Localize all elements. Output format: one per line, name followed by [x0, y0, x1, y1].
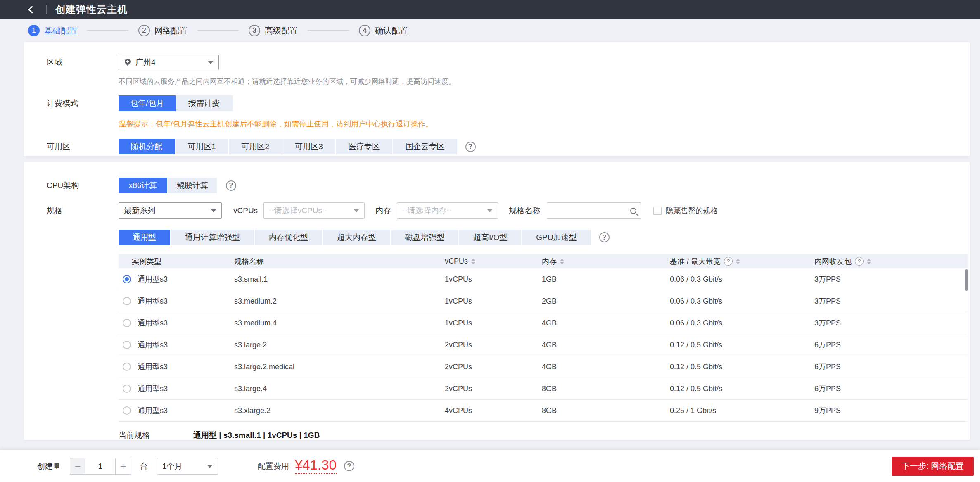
quantity-increase-button[interactable]: +: [115, 458, 131, 475]
hide-soldout-label: 隐藏售罄的规格: [666, 206, 718, 216]
tab-large-memory[interactable]: 超大内存型: [323, 230, 390, 245]
flavor-table-row[interactable]: 通用型s3 s3.xlarge.2 4vCPUs 8GB 0.25 / 1 Gb…: [119, 400, 968, 422]
current-spec-value: 通用型 | s3.small.1 | 1vCPUs | 1GB: [193, 430, 320, 441]
tab-disk-enhanced[interactable]: 磁盘增强型: [391, 230, 458, 245]
memory-placeholder: --请选择内存--: [402, 205, 452, 216]
table-scrollbar-thumb[interactable]: [965, 269, 968, 291]
az-option-soe[interactable]: 国企云专区: [393, 139, 457, 154]
step-label: 高级配置: [265, 25, 298, 36]
region-value: 广州4: [135, 57, 156, 68]
memory-value: 2GB: [542, 297, 670, 306]
flavor-table-row[interactable]: 通用型s3 s3.large.4 2vCPUs 8GB 0.12 / 0.5 G…: [119, 378, 968, 400]
billing-warning: 温馨提示：包年/包月弹性云主机创建后不能删除，如需停止使用，请到用户中心执行退订…: [119, 119, 433, 129]
cpu-arch-kunpeng[interactable]: 鲲鹏计算: [168, 178, 217, 193]
flavor-tabs-help-icon[interactable]: ?: [599, 232, 610, 242]
tab-general-enhanced[interactable]: 通用计算增强型: [171, 230, 254, 245]
series-select[interactable]: 最新系列: [119, 202, 222, 219]
step-confirm-config[interactable]: 4 确认配置: [359, 25, 408, 36]
az-option-random[interactable]: 随机分配: [119, 139, 175, 154]
region-row: 区域 广州4 不同区域的云服务产品之间内网互不相通；请就近选择靠近您业务的区域，…: [24, 55, 970, 86]
tab-gpu[interactable]: GPU加速型: [522, 230, 591, 245]
vcpus-value: 1vCPUs: [445, 319, 542, 328]
pps-help-icon[interactable]: ?: [855, 257, 864, 266]
row-radio[interactable]: [123, 297, 131, 305]
next-step-button[interactable]: 下一步: 网络配置: [892, 457, 974, 476]
cpu-arch-help-icon[interactable]: ?: [226, 180, 236, 191]
vcpus-placeholder: --请选择vCPUs--: [269, 205, 327, 216]
az-option-az2[interactable]: 可用区2: [229, 139, 282, 154]
flavor-table-row[interactable]: 通用型s3 s3.large.2 2vCPUs 4GB 0.12 / 0.5 G…: [119, 334, 968, 356]
row-radio[interactable]: [123, 319, 131, 327]
page-title: 创建弹性云主机: [55, 3, 128, 16]
az-option-medical[interactable]: 医疗专区: [336, 139, 392, 154]
flavor-row-type-cell: 通用型s3: [119, 274, 234, 284]
step-basic-config[interactable]: 1 基础配置: [28, 25, 77, 36]
flavor-table-row[interactable]: 通用型s3 s3.medium.2 1vCPUs 2GB 0.06 / 0.3 …: [119, 290, 968, 312]
step-network-config[interactable]: 2 网络配置: [138, 25, 187, 36]
spec-name-searchbox: [547, 202, 641, 219]
topbar: 创建弹性云主机: [0, 0, 980, 19]
flavor-name-value: s3.large.2.medical: [234, 363, 445, 371]
fee-help-icon[interactable]: ?: [344, 461, 354, 471]
row-radio[interactable]: [123, 363, 131, 371]
pps-value: 6万PPS: [814, 362, 968, 372]
vcpus-select[interactable]: --请选择vCPUs--: [263, 202, 365, 219]
instance-type-value: 通用型s3: [138, 406, 168, 416]
back-button[interactable]: [26, 3, 38, 16]
flavor-name-value: s3.medium.4: [234, 319, 445, 328]
step-number-badge: 3: [249, 25, 260, 36]
step-connector: [87, 30, 128, 31]
flavor-table-header: 实例类型 规格名称 vCPUs 内存 基准 / 最大带宽 ? 内网收发包 ?: [119, 254, 968, 268]
row-radio[interactable]: [123, 341, 131, 349]
az-option-az1[interactable]: 可用区1: [176, 139, 228, 154]
step-label: 网络配置: [154, 25, 187, 36]
spec-name-input[interactable]: [551, 206, 630, 216]
cpu-arch-label: CPU架构: [47, 178, 119, 193]
step-advanced-config[interactable]: 3 高级配置: [249, 25, 298, 36]
tab-general[interactable]: 通用型: [119, 230, 170, 245]
col-instance-type: 实例类型: [119, 256, 234, 266]
az-option-az3[interactable]: 可用区3: [282, 139, 335, 154]
flavor-table-row[interactable]: 通用型s3 s3.small.1 1vCPUs 1GB 0.06 / 0.3 G…: [119, 268, 968, 290]
row-radio[interactable]: [123, 406, 131, 415]
spec-name-label: 规格名称: [509, 205, 540, 216]
sort-icon[interactable]: [560, 259, 564, 264]
bandwidth-value: 0.06 / 0.3 Gbit/s: [670, 297, 814, 306]
duration-select[interactable]: 1个月: [157, 458, 218, 475]
spec-label: 规格: [47, 202, 119, 219]
search-icon[interactable]: [630, 208, 636, 214]
hide-soldout-checkbox[interactable]: [653, 207, 662, 215]
sort-icon[interactable]: [867, 259, 871, 264]
row-radio[interactable]: [123, 275, 131, 283]
bandwidth-value: 0.12 / 0.5 Gbit/s: [670, 341, 814, 349]
billing-option-ondemand[interactable]: 按需计费: [176, 95, 233, 111]
flavor-table-row[interactable]: 通用型s3 s3.medium.4 1vCPUs 4GB 0.06 / 0.3 …: [119, 312, 968, 334]
step-connector: [308, 30, 349, 31]
bandwidth-help-icon[interactable]: ?: [724, 257, 733, 266]
flavor-name-value: s3.small.1: [234, 275, 445, 284]
cpu-arch-x86[interactable]: x86计算: [119, 178, 167, 193]
flavor-row-type-cell: 通用型s3: [119, 406, 234, 416]
billing-option-prepaid[interactable]: 包年/包月: [119, 95, 176, 111]
az-help-icon[interactable]: ?: [465, 142, 476, 152]
flavor-name-value: s3.xlarge.2: [234, 406, 445, 415]
row-radio[interactable]: [123, 385, 131, 393]
sort-icon[interactable]: [471, 259, 475, 264]
instance-type-value: 通用型s3: [138, 318, 168, 328]
sort-icon[interactable]: [736, 259, 740, 264]
chevron-left-icon: [28, 6, 36, 13]
quantity-input[interactable]: [85, 458, 115, 475]
flavor-table-row[interactable]: 通用型s3 s3.large.2.medical 2vCPUs 4GB 0.12…: [119, 356, 968, 378]
tab-high-io[interactable]: 超高I/O型: [459, 230, 521, 245]
quantity-decrease-button[interactable]: −: [70, 458, 85, 475]
quantity-label: 创建量: [37, 461, 61, 472]
tab-memory-optimized[interactable]: 内存优化型: [255, 230, 322, 245]
step-label: 基础配置: [44, 25, 77, 36]
region-select[interactable]: 广州4: [119, 55, 219, 70]
flavor-name-value: s3.large.2: [234, 341, 445, 349]
fee-label: 配置费用: [258, 461, 289, 472]
memory-select[interactable]: --请选择内存--: [397, 202, 498, 219]
bandwidth-value: 0.25 / 1 Gbit/s: [670, 406, 814, 415]
duration-value: 1个月: [162, 461, 183, 472]
pps-value: 3万PPS: [814, 274, 968, 284]
